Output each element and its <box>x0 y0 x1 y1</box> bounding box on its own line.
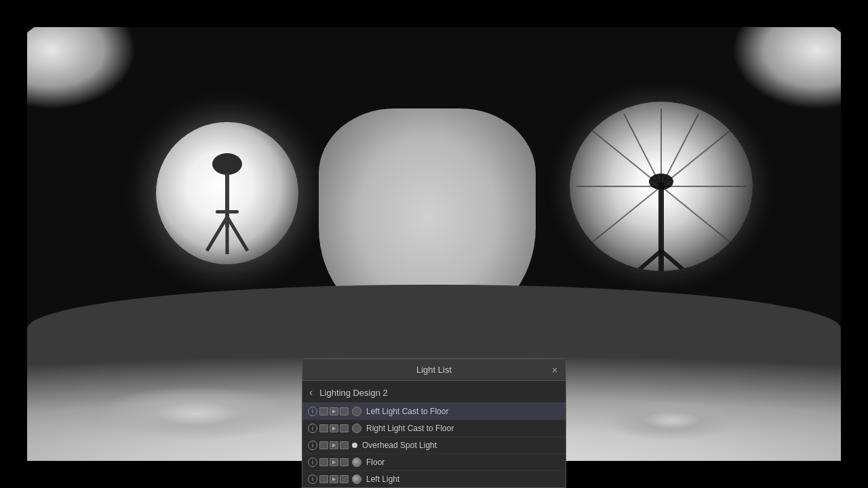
toggle-3c[interactable] <box>340 441 349 449</box>
floor-glow-right <box>604 400 739 441</box>
info-icon-4[interactable]: i <box>308 458 317 467</box>
info-icon-3[interactable]: i <box>308 441 317 450</box>
light-row-overhead-spot[interactable]: i ▶ Overhead Spot Light <box>302 437 566 454</box>
svg-line-3 <box>207 217 227 251</box>
light-row-left-light[interactable]: i ▶ Left Light <box>302 471 566 487</box>
row-controls-3: ▶ <box>319 441 349 449</box>
toggle-2a[interactable] <box>319 424 328 432</box>
row-controls-1: ▶ <box>319 407 349 415</box>
top-left-light-glow <box>27 27 156 136</box>
sphere-icon-5[interactable] <box>352 474 361 484</box>
toggle-3a[interactable] <box>319 441 328 449</box>
toggle-4a[interactable] <box>319 458 328 466</box>
toggle-4c[interactable] <box>340 458 349 466</box>
floor-glow-left <box>95 386 298 441</box>
color-swatch-1[interactable] <box>352 407 361 416</box>
toggle-4b[interactable]: ▶ <box>330 458 338 466</box>
svg-point-20 <box>649 174 673 190</box>
panel-titlebar: Light List × <box>302 359 566 381</box>
top-right-light-glow <box>712 27 841 136</box>
back-button[interactable]: ‹ <box>309 386 313 399</box>
toggle-5c[interactable] <box>340 475 349 483</box>
toggle-2b[interactable]: ▶ <box>330 424 338 432</box>
right-umbrella-svg <box>570 102 753 271</box>
light-name-5: Left Light <box>366 474 560 484</box>
light-list-panel: Light List × ‹ Lighting Design 2 i ▶ Lef… <box>302 359 566 488</box>
left-tripod-svg <box>156 122 298 264</box>
light-name-3: Overhead Spot Light <box>362 441 560 450</box>
light-dot-3 <box>352 443 357 448</box>
color-swatch-2[interactable] <box>352 424 361 433</box>
3d-viewport: Light List × ‹ Lighting Design 2 i ▶ Lef… <box>0 0 868 488</box>
light-name-1: Left Light Cast to Floor <box>366 407 560 416</box>
row-controls-5: ▶ <box>319 475 349 483</box>
row-controls-2: ▶ <box>319 424 349 432</box>
toggle-1b[interactable]: ▶ <box>330 407 338 415</box>
info-icon-5[interactable]: i <box>308 474 317 484</box>
svg-rect-17 <box>658 183 664 271</box>
panel-header: ‹ Lighting Design 2 <box>302 381 566 403</box>
light-list-rows: i ▶ Left Light Cast to Floor i ▶ Rig <box>302 403 566 487</box>
svg-rect-1 <box>218 159 236 173</box>
svg-line-4 <box>227 217 248 251</box>
close-button[interactable]: × <box>549 365 560 375</box>
svg-line-10 <box>661 186 732 244</box>
panel-title: Light List <box>416 365 452 375</box>
light-row-floor[interactable]: i ▶ Floor <box>302 454 566 471</box>
info-icon-1[interactable]: i <box>308 407 317 416</box>
svg-line-19 <box>661 251 685 271</box>
light-name-2: Right Light Cast to Floor <box>366 424 560 433</box>
toggle-5b[interactable]: ▶ <box>330 475 338 483</box>
toggle-1c[interactable] <box>340 407 349 415</box>
light-name-4: Floor <box>366 458 560 467</box>
light-row-left-cast[interactable]: i ▶ Left Light Cast to Floor <box>302 403 566 420</box>
toggle-3b[interactable]: ▶ <box>330 441 338 449</box>
row-controls-4: ▶ <box>319 458 349 466</box>
svg-line-12 <box>590 186 661 244</box>
toggle-5a[interactable] <box>319 475 328 483</box>
svg-line-18 <box>637 251 661 271</box>
sphere-icon-4[interactable] <box>352 458 361 467</box>
light-row-right-cast[interactable]: i ▶ Right Light Cast to Floor <box>302 420 566 437</box>
right-umbrella-light <box>570 102 753 271</box>
info-icon-2[interactable]: i <box>308 424 317 433</box>
svg-rect-6 <box>216 210 239 214</box>
toggle-1a[interactable] <box>319 407 328 415</box>
left-spot-light <box>156 122 298 264</box>
design-label: Lighting Design 2 <box>319 388 387 398</box>
toggle-2c[interactable] <box>340 424 349 432</box>
